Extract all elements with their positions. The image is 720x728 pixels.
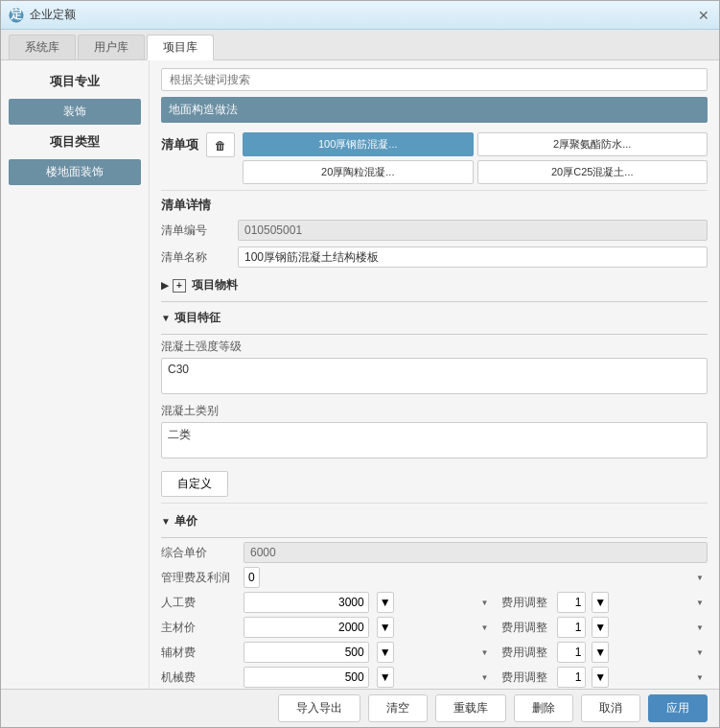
cancel-button[interactable]: 取消 — [581, 694, 640, 722]
feature-label: 项目特征 — [174, 310, 221, 326]
management-select[interactable]: 0 — [244, 567, 260, 588]
main-adj-label: 费用调整 — [501, 620, 547, 636]
nav-floor-decoration[interactable]: 楼地面装饰 — [9, 159, 141, 185]
window-title: 企业定额 — [30, 7, 696, 23]
triangle-icon: ▶ — [161, 280, 169, 291]
management-row: 管理费及利润 0 — [161, 567, 708, 588]
machine-input[interactable] — [244, 667, 369, 688]
labor-adj-select-wrap: ▼ — [592, 592, 708, 613]
main-dropdown[interactable]: ▼ — [377, 617, 394, 638]
plus-icon: + — [173, 279, 186, 293]
labor-row: 人工费 ▼ 费用调整 ▼ — [161, 592, 708, 613]
qingdan-label: 清单项 — [161, 132, 198, 153]
aux-material-row: 辅材费 ▼ 费用调整 ▼ — [161, 642, 708, 663]
comprehensive-label: 综合单价 — [161, 545, 238, 561]
main-adj-dropdown[interactable]: ▼ — [592, 617, 609, 638]
material-label: 项目物料 — [192, 277, 238, 294]
import-export-button[interactable]: 导入导出 — [278, 694, 360, 722]
unit-price-section: ▼ 单价 综合单价 管理费及利润 0 — [161, 503, 708, 689]
tab-user[interactable]: 用户库 — [78, 35, 145, 59]
machine-row: 机械费 ▼ 费用调整 ▼ — [161, 667, 708, 688]
title-bar: 定 企业定额 ✕ — [1, 1, 719, 30]
code-label: 清单编号 — [161, 223, 238, 239]
type-label: 混凝土类别 — [161, 403, 708, 419]
section-title-1: 项目专业 — [9, 68, 141, 95]
labor-dropdown[interactable]: ▼ — [377, 592, 394, 613]
qingdan-section: 清单项 🗑 100厚钢筋混凝... 2厚聚氨酯防水... 20厚陶粒混凝... … — [161, 132, 708, 184]
machine-select-wrap: ▼ — [377, 667, 493, 688]
aux-adj-label: 费用调整 — [501, 645, 547, 661]
name-label: 清单名称 — [161, 249, 238, 266]
labor-input[interactable] — [244, 592, 369, 613]
strength-label: 混凝土强度等级 — [161, 339, 708, 355]
material-header[interactable]: ▶ + 项目物料 — [161, 273, 708, 297]
qingdan-btn-3[interactable]: 20厚C25混凝土... — [477, 160, 708, 184]
app-icon: 定 — [9, 8, 24, 23]
list-item-floor[interactable]: 地面构造做法 — [161, 97, 708, 123]
machine-label: 机械费 — [161, 669, 238, 686]
close-button[interactable]: ✕ — [696, 8, 711, 23]
reload-button[interactable]: 重载库 — [435, 694, 506, 722]
main-adj-select-wrap: ▼ — [592, 617, 708, 638]
triangle-icon-2: ▼ — [161, 313, 171, 323]
main-window: 定 企业定额 ✕ 系统库 用户库 项目库 项目专业 装饰 项目类型 楼地面装饰 … — [0, 0, 720, 728]
qingdan-btn-2[interactable]: 20厚陶粒混凝... — [243, 160, 474, 184]
aux-dropdown[interactable]: ▼ — [377, 642, 394, 663]
aux-adj-dropdown[interactable]: ▼ — [592, 642, 609, 663]
main-material-label: 主材价 — [161, 620, 238, 636]
tab-project[interactable]: 项目库 — [147, 35, 214, 60]
name-row: 清单名称 — [161, 247, 708, 268]
unit-price-header[interactable]: ▼ 单价 — [161, 509, 708, 533]
feature-header[interactable]: ▼ 项目特征 — [161, 306, 708, 330]
tab-bar: 系统库 用户库 项目库 — [1, 30, 719, 60]
main-content: 项目专业 装饰 项目类型 楼地面装饰 地面构造做法 清单项 🗑 100厚钢筋混凝… — [1, 60, 719, 689]
machine-adj-select-wrap: ▼ — [592, 667, 708, 688]
labor-adj-dropdown[interactable]: ▼ — [592, 592, 609, 613]
comprehensive-row: 综合单价 — [161, 542, 708, 563]
bottom-bar: 导入导出 清空 重载库 删除 取消 应用 — [1, 689, 719, 727]
strength-group: 混凝土强度等级 C30 — [161, 339, 708, 397]
triangle-icon-3: ▼ — [161, 516, 171, 527]
machine-adj-label: 费用调整 — [501, 669, 547, 686]
qingdan-btn-1[interactable]: 2厚聚氨酯防水... — [477, 132, 708, 156]
code-row: 清单编号 — [161, 220, 708, 241]
management-label: 管理费及利润 — [161, 570, 238, 586]
clear-button[interactable]: 清空 — [368, 694, 428, 722]
delete-button[interactable]: 删除 — [514, 694, 573, 722]
tab-system[interactable]: 系统库 — [9, 35, 76, 59]
labor-label: 人工费 — [161, 595, 238, 611]
custom-button[interactable]: 自定义 — [161, 471, 228, 497]
labor-adj-input[interactable] — [557, 592, 586, 613]
trash-icon: 🗑 — [215, 139, 226, 153]
aux-adj-input[interactable] — [557, 642, 586, 663]
qingdan-grid: 100厚钢筋混凝... 2厚聚氨酯防水... 20厚陶粒混凝... 20厚C25… — [243, 132, 708, 184]
search-input[interactable] — [161, 68, 708, 91]
strength-textarea[interactable]: C30 — [161, 358, 708, 394]
aux-select-wrap: ▼ — [377, 642, 493, 663]
type-textarea[interactable]: 二类 — [161, 422, 708, 458]
trash-button[interactable]: 🗑 — [206, 132, 235, 157]
labor-adj-label: 费用调整 — [501, 595, 547, 611]
aux-adj-select-wrap: ▼ — [592, 642, 708, 663]
management-select-wrap: 0 — [244, 567, 708, 588]
main-material-row: 主材价 ▼ 费用调整 ▼ — [161, 617, 708, 638]
aux-material-label: 辅材费 — [161, 645, 238, 661]
left-panel: 项目专业 装饰 项目类型 楼地面装饰 — [1, 60, 150, 689]
svg-text:定: 定 — [10, 8, 22, 21]
comprehensive-input — [244, 542, 708, 563]
nav-decoration[interactable]: 装饰 — [9, 99, 141, 125]
main-adj-input[interactable] — [557, 617, 586, 638]
section-title-2: 项目类型 — [9, 129, 141, 155]
qingdan-btn-0[interactable]: 100厚钢筋混凝... — [243, 132, 474, 156]
detail-title: 清单详情 — [161, 197, 708, 214]
type-group: 混凝土类别 二类 — [161, 403, 708, 461]
machine-adj-dropdown[interactable]: ▼ — [592, 667, 609, 688]
aux-material-input[interactable] — [244, 642, 369, 663]
name-input[interactable] — [238, 247, 708, 268]
machine-dropdown[interactable]: ▼ — [377, 667, 394, 688]
machine-adj-input[interactable] — [557, 667, 586, 688]
apply-button[interactable]: 应用 — [648, 694, 708, 722]
main-material-input[interactable] — [244, 617, 369, 638]
labor-select-wrap: ▼ — [377, 592, 493, 613]
main-select-wrap: ▼ — [377, 617, 493, 638]
